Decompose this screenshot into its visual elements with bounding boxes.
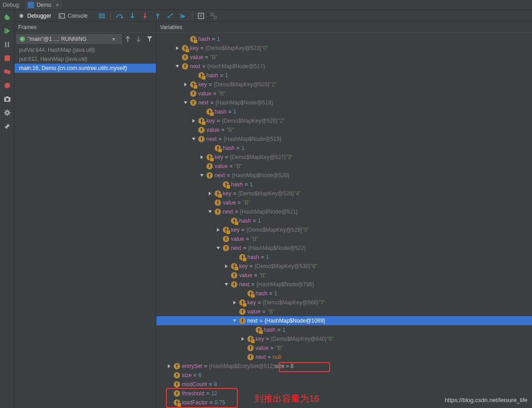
file-tab[interactable]: Demo ×: [25, 0, 62, 10]
show-exec-icon[interactable]: [98, 12, 106, 20]
variable-row[interactable]: fnext={HashMap$Node@1089}: [156, 316, 532, 325]
variable-row[interactable]: fkey={Demo$MapKey@526} "2": [156, 116, 532, 125]
chevron-icon[interactable]: [191, 118, 196, 124]
variable-row[interactable]: ▸fhash=1: [156, 180, 532, 189]
thread-label: "main"@1 ...: RUNNING: [28, 36, 86, 42]
trace-icon[interactable]: [210, 12, 218, 20]
variable-row[interactable]: fnext={HashMap$Node@796}: [156, 280, 532, 289]
variable-row[interactable]: fnext={HashMap$Node@522}: [156, 244, 532, 253]
chevron-icon[interactable]: [240, 336, 246, 342]
resume-icon[interactable]: [4, 27, 11, 35]
run-cursor-icon[interactable]: [179, 12, 187, 20]
step-out-icon[interactable]: [154, 12, 162, 20]
chevron-icon[interactable]: [175, 64, 180, 69]
pin-icon[interactable]: [4, 123, 11, 130]
variable-row[interactable]: ▸fmodCount=8: [156, 380, 532, 389]
variable-row[interactable]: ▸fhash=1: [156, 35, 532, 44]
stack-frame[interactable]: put:612, HashMap (java.util): [15, 55, 156, 64]
field-badge-icon: f: [215, 209, 221, 215]
chevron-icon[interactable]: [175, 45, 180, 51]
chevron-icon[interactable]: [191, 136, 196, 142]
field-badge-icon: f: [198, 136, 205, 142]
chevron-icon[interactable]: [216, 245, 221, 251]
evaluate-icon[interactable]: [197, 12, 205, 20]
filter-icon[interactable]: [145, 35, 154, 44]
variable-row[interactable]: fkey={Demo$MapKey@530} "6": [156, 262, 532, 271]
variable-row[interactable]: ▸fvalue="B": [156, 343, 532, 353]
variable-row[interactable]: fkey={Demo$MapKey@523} "0": [156, 44, 532, 53]
chevron-icon[interactable]: [207, 191, 213, 196]
variable-row[interactable]: ▸fhash=1: [156, 325, 532, 334]
variable-row[interactable]: fkey={Demo$MapKey@525} "1": [156, 80, 532, 89]
field-badge-icon: f: [215, 145, 221, 151]
breakpoints-icon[interactable]: [4, 68, 11, 75]
variable-row[interactable]: fnext={HashMap$Node@519}: [156, 134, 532, 144]
stack-list[interactable]: putVal:644, HashMap (java.util)put:612, …: [15, 45, 156, 408]
variable-row[interactable]: fnext={HashMap$Node@520}: [156, 171, 532, 180]
stack-frame[interactable]: main:16, Demo (cn.com.suntree.utils.myse…: [15, 64, 156, 73]
variable-row[interactable]: fnext={HashMap$Node@521}: [156, 207, 532, 216]
variable-row[interactable]: ▸fhash=1: [156, 253, 532, 262]
debugger-tab[interactable]: Debugger: [18, 10, 51, 21]
variable-row[interactable]: fkey={Demo$MapKey@566} "7": [156, 298, 532, 307]
variable-row[interactable]: fnext={HashMap$Node@518}: [156, 98, 532, 107]
variable-row[interactable]: ▸fvalue="B": [156, 307, 532, 316]
chevron-icon[interactable]: [183, 82, 188, 87]
variable-row[interactable]: fkey={Demo$MapKey@840} "8": [156, 334, 532, 343]
camera-icon[interactable]: [4, 95, 11, 103]
field-badge-icon: f: [198, 127, 205, 133]
console-tab-label: Console: [68, 13, 88, 19]
variables-tree[interactable]: ▸fhash=1fkey={Demo$MapKey@523} "0"▸fvalu…: [156, 33, 532, 408]
variable-row[interactable]: ▸fvalue="B": [156, 89, 532, 98]
pause-icon[interactable]: [4, 41, 11, 48]
stack-frame[interactable]: putVal:644, HashMap (java.util): [15, 45, 156, 55]
divider: [192, 12, 192, 20]
chevron-icon[interactable]: [216, 227, 221, 233]
variable-row[interactable]: fkey={Demo$MapKey@528} "4": [156, 189, 532, 198]
variable-row[interactable]: ▸fvalue="B": [156, 271, 532, 280]
variable-row[interactable]: ▸fnext=null: [156, 353, 532, 362]
close-icon[interactable]: ×: [56, 2, 59, 8]
variable-row[interactable]: ▸fvalue="B": [156, 162, 532, 171]
chevron-icon[interactable]: [199, 154, 205, 160]
force-step-into-icon[interactable]: [141, 12, 149, 20]
variable-row[interactable]: ▸fvalue="B": [156, 198, 532, 207]
next-frame-icon[interactable]: [134, 35, 143, 44]
svg-rect-20: [59, 14, 65, 18]
step-into-icon[interactable]: [128, 12, 136, 20]
variable-row[interactable]: fkey={Demo$MapKey@527} "3": [156, 153, 532, 162]
variable-row[interactable]: ▸fhash=1: [156, 71, 532, 80]
field-badge-icon: f: [198, 72, 205, 79]
drop-frame-icon[interactable]: [166, 12, 175, 20]
variable-row[interactable]: ▸fvalue="B": [156, 53, 532, 62]
chevron-icon[interactable]: [166, 363, 172, 369]
variable-row[interactable]: ▸fhash=1: [156, 216, 532, 225]
settings-icon[interactable]: [4, 109, 11, 116]
variable-row[interactable]: fkey={Demo$MapKey@529} "5": [156, 225, 532, 234]
variable-row[interactable]: ▸fvalue="B": [156, 234, 532, 244]
chevron-icon[interactable]: [199, 173, 205, 178]
step-over-icon[interactable]: [115, 12, 124, 20]
variable-row[interactable]: fnext={HashMap$Node@517}: [156, 62, 532, 71]
chevron-icon[interactable]: [207, 209, 213, 214]
variable-row[interactable]: ▸fhash=1: [156, 107, 532, 116]
chevron-icon[interactable]: [224, 264, 229, 269]
field-badge-icon: f: [182, 45, 188, 51]
prev-frame-icon[interactable]: [123, 35, 132, 44]
mute-breakpoints-icon[interactable]: [4, 82, 11, 89]
console-tab[interactable]: Console: [59, 10, 88, 21]
thread-selector[interactable]: ✓ "main"@1 ...: RUNNING ▾: [16, 35, 121, 44]
variable-row[interactable]: ▸fvalue="B": [156, 125, 532, 134]
stop-icon[interactable]: [4, 55, 11, 62]
chevron-icon[interactable]: [232, 300, 237, 305]
annotation-text: 到推出容量为16: [255, 393, 319, 405]
variable-row[interactable]: ▸fhash=1: [156, 144, 532, 153]
variable-row[interactable]: ▸fhash=1: [156, 289, 532, 298]
field-badge-icon: f: [239, 254, 246, 260]
chevron-icon[interactable]: [224, 282, 229, 287]
chevron-icon[interactable]: [183, 100, 188, 105]
chevron-icon[interactable]: [232, 318, 237, 323]
variable-row[interactable]: fentrySet={HashMap$EntrySet@512} size = …: [156, 362, 532, 371]
variable-row[interactable]: ▸fsize=8: [156, 371, 532, 380]
rerun-icon[interactable]: [4, 14, 11, 21]
